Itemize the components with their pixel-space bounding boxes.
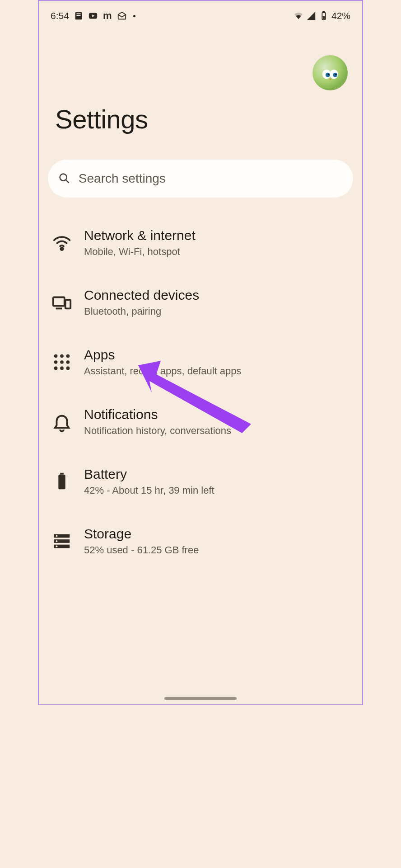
svg-rect-18	[53, 297, 65, 306]
svg-point-27	[54, 367, 58, 370]
battery-icon	[319, 11, 329, 21]
svg-point-15	[60, 174, 67, 181]
row-subtitle: 42% - About 15 hr, 39 min left	[84, 485, 214, 496]
status-right: 42%	[294, 10, 350, 21]
row-subtitle: Bluetooth, pairing	[84, 306, 199, 317]
svg-point-26	[66, 360, 70, 364]
row-title: Network & internet	[84, 228, 196, 243]
youtube-icon	[88, 11, 98, 21]
svg-rect-7	[323, 16, 325, 19]
status-left: 6:54 m	[51, 10, 135, 21]
svg-point-25	[60, 360, 64, 364]
row-apps[interactable]: Apps Assistant, recent apps, default app…	[39, 332, 362, 392]
reader-icon	[74, 11, 84, 21]
row-title: Battery	[84, 467, 214, 482]
svg-point-10	[326, 72, 330, 77]
storage-icon	[51, 531, 72, 552]
row-storage[interactable]: Storage 52% used - 61.25 GB free	[39, 511, 362, 571]
search-input[interactable]	[79, 171, 343, 186]
page-title: Settings	[55, 104, 350, 134]
svg-line-16	[66, 180, 69, 183]
svg-point-35	[56, 535, 58, 537]
nav-handle[interactable]	[164, 697, 237, 700]
settings-list: Network & internet Mobile, Wi-Fi, hotspo…	[39, 198, 362, 571]
apps-grid-icon	[51, 352, 72, 373]
svg-point-28	[60, 367, 64, 370]
svg-rect-2	[76, 15, 80, 16]
svg-point-36	[56, 540, 58, 542]
svg-rect-19	[65, 300, 71, 308]
svg-point-13	[335, 74, 336, 75]
mail-icon	[117, 11, 127, 21]
svg-point-21	[54, 354, 58, 358]
search-icon	[58, 172, 70, 185]
svg-point-23	[66, 354, 70, 358]
svg-point-22	[60, 354, 64, 358]
row-subtitle: Assistant, recent apps, default apps	[84, 365, 242, 377]
svg-rect-31	[60, 473, 64, 475]
svg-rect-1	[76, 14, 80, 14]
bell-icon	[51, 411, 72, 432]
row-connected-devices[interactable]: Connected devices Bluetooth, pairing	[39, 273, 362, 332]
svg-point-37	[56, 546, 58, 547]
svg-point-12	[328, 74, 329, 75]
svg-point-29	[66, 367, 70, 370]
search-bar[interactable]	[48, 160, 353, 198]
devices-icon	[51, 292, 72, 313]
row-notifications[interactable]: Notifications Notification history, conv…	[39, 392, 362, 452]
svg-point-17	[61, 248, 63, 250]
profile-avatar[interactable]	[312, 55, 348, 90]
row-battery[interactable]: Battery 42% - About 15 hr, 39 min left	[39, 452, 362, 511]
header: Settings	[39, 24, 362, 134]
row-subtitle: 52% used - 61.25 GB free	[84, 544, 199, 556]
row-title: Connected devices	[84, 288, 199, 303]
svg-rect-6	[323, 12, 325, 13]
wifi-icon	[294, 11, 303, 21]
row-subtitle: Mobile, Wi-Fi, hotspot	[84, 246, 196, 258]
status-time: 6:54	[51, 10, 69, 21]
svg-marker-14	[329, 78, 331, 80]
row-title: Notifications	[84, 407, 231, 422]
svg-point-24	[54, 360, 58, 364]
row-title: Storage	[84, 526, 199, 542]
row-subtitle: Notification history, conversations	[84, 425, 231, 437]
signal-icon	[306, 11, 316, 21]
row-title: Apps	[84, 347, 242, 363]
status-battery-text: 42%	[331, 10, 350, 21]
svg-rect-30	[58, 475, 65, 490]
battery-icon	[51, 471, 72, 492]
m-icon: m	[103, 11, 112, 21]
wifi-icon	[51, 232, 72, 253]
svg-point-11	[333, 72, 337, 77]
status-bar: 6:54 m 42%	[39, 1, 362, 24]
row-network-internet[interactable]: Network & internet Mobile, Wi-Fi, hotspo…	[39, 213, 362, 273]
more-notifications-dot	[133, 15, 135, 17]
